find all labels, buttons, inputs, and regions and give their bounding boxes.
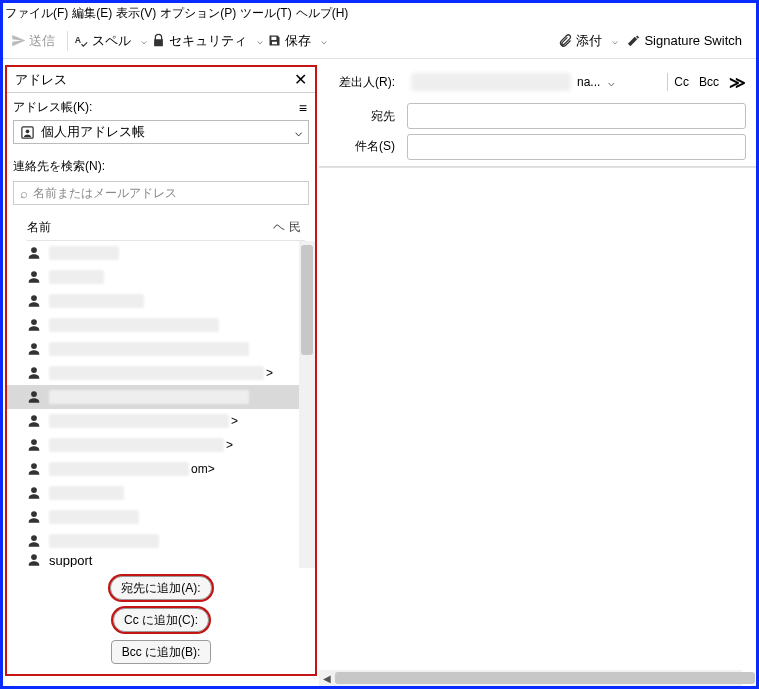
search-input[interactable]: ⌕ 名前またはメールアドレス [13,181,309,205]
contact-list[interactable]: >>>om>support [7,241,315,568]
save-dropdown[interactable]: ⌵ [317,35,331,46]
lock-icon [151,33,166,48]
menu-view[interactable]: 表示(V) [116,5,156,22]
search-label-row: 連絡先を検索(N): [7,150,315,177]
add-cc-label: Cc に追加(C): [124,612,198,629]
address-panel-title-bar: アドレス ✕ [7,67,315,93]
list-item[interactable] [7,481,315,505]
list-item[interactable]: > [7,433,315,457]
spell-button[interactable]: A スペル [74,32,131,50]
search-placeholder: 名前またはメールアドレス [33,185,177,202]
menu-tools[interactable]: ツール(T) [240,5,291,22]
menu-help[interactable]: ヘルプ(H) [296,5,349,22]
contact-name-redacted [49,270,104,284]
search-label: 連絡先を検索(N): [13,158,105,175]
menu-options[interactable]: オプション(P) [160,5,236,22]
contact-name: support [49,553,92,567]
save-label: 保存 [285,32,311,50]
list-item[interactable]: > [7,409,315,433]
attach-dropdown[interactable]: ⌵ [608,35,622,46]
signature-switch-button[interactable]: Signature Switch [626,33,742,48]
add-cc-button[interactable]: Cc に追加(C): [113,608,209,632]
contact-name-redacted [49,486,124,500]
vertical-scrollbar[interactable] [299,241,315,568]
column-picker-icon[interactable]: 民 [289,219,301,236]
cc-button[interactable]: Cc [674,75,689,89]
list-item[interactable] [7,505,315,529]
list-item[interactable] [7,337,315,361]
contact-name-redacted [49,294,144,308]
sort-indicator-icon: ヘ [273,219,285,236]
contact-name-redacted [49,342,249,356]
list-item[interactable] [7,385,315,409]
send-button[interactable]: 送信 [11,32,55,50]
list-item[interactable] [7,241,315,265]
address-book-menu-icon[interactable]: ≡ [299,100,307,116]
contact-tail: > [266,366,273,380]
subject-input[interactable] [407,134,746,160]
scrollbar-thumb[interactable] [335,672,755,684]
address-book-icon [20,125,35,140]
list-item[interactable] [7,529,315,553]
contact-name-redacted [49,366,264,380]
add-buttons: 宛先に追加(A): Cc に追加(C): Bcc に追加(B): [7,568,315,674]
attach-label: 添付 [576,32,602,50]
paperclip-icon [558,33,573,48]
from-value-redacted [411,73,571,91]
expand-icon[interactable]: ≫ [729,73,746,92]
list-item[interactable] [7,313,315,337]
list-item[interactable]: om> [7,457,315,481]
person-icon [27,414,41,428]
scroll-left-icon[interactable]: ◀ [319,673,335,684]
list-item[interactable] [7,265,315,289]
spell-dropdown[interactable]: ⌵ [137,35,151,46]
bcc-button[interactable]: Bcc [699,75,719,89]
security-button[interactable]: セキュリティ [151,32,247,50]
person-icon [27,462,41,476]
from-tail: na... [577,75,600,89]
contact-tail: > [226,438,233,452]
send-icon [11,33,26,48]
menu-edit[interactable]: 編集(E) [72,5,112,22]
attach-button[interactable]: 添付 [558,32,602,50]
spell-icon: A [74,33,89,48]
list-item[interactable]: > [7,361,315,385]
list-item[interactable]: support [7,553,315,567]
to-input[interactable] [407,103,746,129]
to-label: 宛先 [319,108,405,125]
add-to-button[interactable]: 宛先に追加(A): [110,576,211,600]
contact-name-redacted [49,318,219,332]
message-body[interactable]: ◀ [319,167,756,686]
send-label: 送信 [29,32,55,50]
signature-icon [626,33,641,48]
svg-point-2 [26,129,30,133]
separator [67,31,68,51]
contact-name-redacted [49,510,139,524]
close-icon[interactable]: ✕ [294,72,307,88]
contact-name-redacted [49,534,159,548]
from-field[interactable]: na... ⌵ [405,69,661,95]
address-book-select[interactable]: 個人用アドレス帳 ⌵ [13,120,309,144]
person-icon [27,366,41,380]
contact-tail: > [231,414,238,428]
save-icon [267,33,282,48]
menu-file[interactable]: ファイル(F) [5,5,68,22]
spell-label: スペル [92,32,131,50]
contact-name-redacted [49,246,119,260]
person-icon [27,510,41,524]
contact-name-redacted [49,414,229,428]
person-icon [27,390,41,404]
add-bcc-button[interactable]: Bcc に追加(B): [111,640,212,664]
svg-text:A: A [75,35,82,45]
save-button[interactable]: 保存 [267,32,311,50]
security-dropdown[interactable]: ⌵ [253,35,267,46]
from-dropdown-icon[interactable]: ⌵ [600,76,622,89]
to-row: 宛先 [319,99,756,133]
horizontal-scrollbar[interactable]: ◀ [319,670,742,686]
add-bcc-label: Bcc に追加(B): [122,644,201,661]
list-item[interactable] [7,289,315,313]
person-icon [27,534,41,548]
contact-list-header[interactable]: 名前 ヘ 民 [27,217,305,241]
menu-bar: ファイル(F) 編集(E) 表示(V) オプション(P) ツール(T) ヘルプ(… [3,3,756,23]
scrollbar-thumb[interactable] [301,245,313,355]
